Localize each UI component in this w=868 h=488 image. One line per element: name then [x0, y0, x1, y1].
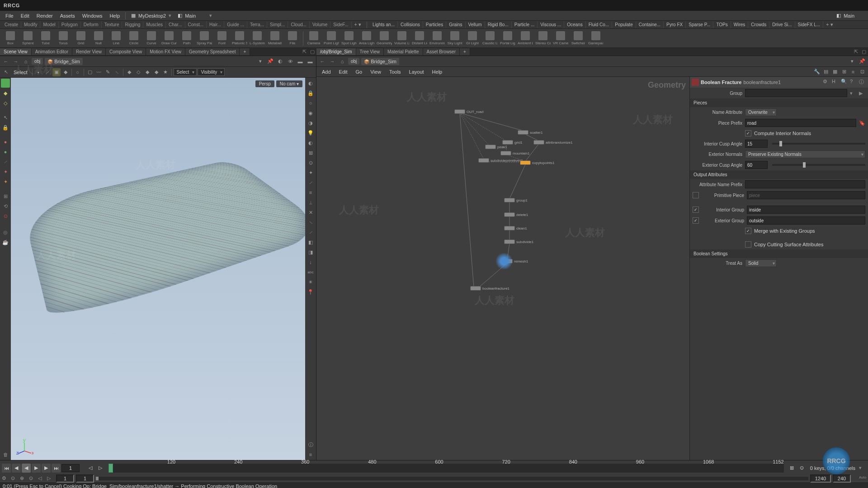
shelf-tab[interactable]: Muscles: [143, 21, 166, 28]
t3-icon[interactable]: ◆: [143, 68, 151, 76]
copy-cut-check[interactable]: [745, 241, 751, 248]
d8-icon[interactable]: ✦: [306, 168, 315, 177]
snap2-icon[interactable]: ⟲: [1, 202, 10, 211]
pane-max-icon[interactable]: ▢: [309, 48, 316, 56]
ext-norm-select[interactable]: Preserve Existing Normals: [745, 150, 865, 158]
d3-icon[interactable]: ◑: [306, 118, 315, 127]
lock2-icon[interactable]: 🔒: [306, 89, 315, 98]
shelf-tool[interactable]: Environment Light: [429, 30, 446, 46]
piece-prefix-input[interactable]: [745, 119, 856, 127]
network-node[interactable]: scatter1: [518, 130, 542, 135]
d19-icon[interactable]: ☀: [306, 277, 315, 286]
shelf-tab[interactable]: Rigging: [122, 21, 143, 28]
shelf-tab[interactable]: SideF...: [330, 21, 351, 28]
h-icon[interactable]: H: [832, 79, 839, 86]
list4-icon[interactable]: ≡: [849, 68, 857, 76]
d5-icon[interactable]: ◐: [306, 138, 315, 147]
pane-tab[interactable]: Asset Browser: [423, 48, 460, 55]
network-node[interactable]: subdivideprimitives1: [478, 158, 523, 163]
list2-icon[interactable]: ▦: [831, 68, 839, 76]
d16-icon[interactable]: ◨: [306, 248, 315, 257]
shelf-tool[interactable]: Point Light: [323, 30, 340, 46]
d11-icon[interactable]: ⟂: [306, 198, 315, 207]
path-obj[interactable]: obj: [32, 58, 43, 65]
d12-icon[interactable]: ✕: [306, 208, 315, 217]
wire-icon[interactable]: ○: [74, 68, 82, 76]
panel-icon[interactable]: ▬: [296, 57, 304, 66]
shelf-tool[interactable]: Line: [108, 30, 125, 46]
shelf-tab[interactable]: Grains: [446, 21, 465, 28]
d10-icon[interactable]: ≡: [306, 188, 315, 197]
shelf-tab[interactable]: TOPs: [713, 21, 731, 28]
menu-edit[interactable]: Edit: [17, 12, 33, 20]
int-cusp-slider[interactable]: [772, 143, 865, 145]
ext-group-check[interactable]: ✓: [693, 217, 699, 224]
shelf-tool[interactable]: Ambient Light: [517, 30, 534, 46]
pane-float-icon[interactable]: ⇱: [852, 48, 859, 56]
prim-mode-icon[interactable]: ▣: [52, 68, 61, 76]
network-canvas[interactable]: Geometry: [316, 77, 689, 460]
shelf-tool[interactable]: Platonic Solids: [231, 30, 248, 46]
trash-icon[interactable]: 🗑: [1, 450, 10, 459]
lock-icon[interactable]: 🔒: [1, 123, 10, 132]
link-icon[interactable]: 📌: [266, 57, 274, 66]
list3-icon[interactable]: ⊞: [840, 68, 848, 76]
shelf-tool[interactable]: Curve: [143, 30, 160, 46]
right-layout-selector[interactable]: ◧ Main: [833, 13, 857, 19]
shelf-tab[interactable]: Rigid Bo...: [485, 21, 512, 28]
shelf-tab[interactable]: Particles: [423, 21, 446, 28]
layout-selector[interactable]: ◧ Main ▾: [174, 13, 215, 19]
ghost-icon[interactable]: ◐: [276, 57, 284, 66]
list-icon[interactable]: ▤: [822, 68, 830, 76]
shelf-tab[interactable]: Oceans: [564, 21, 585, 28]
muscle-tool-icon[interactable]: ✦: [1, 167, 10, 176]
shelf-tab[interactable]: Sparse P...: [686, 21, 713, 28]
group-input[interactable]: [745, 89, 847, 97]
shelf-tool[interactable]: Gamepad Camera: [587, 30, 604, 46]
shelf-tool[interactable]: Portal Light: [499, 30, 516, 46]
panel2-icon[interactable]: ▬: [306, 57, 314, 66]
select-tool-icon[interactable]: ◆: [1, 89, 10, 98]
shelf-tool[interactable]: Spot Light: [340, 30, 358, 46]
render2-icon[interactable]: ☕: [1, 238, 10, 247]
pane-tab[interactable]: Tree View: [356, 48, 384, 55]
shelf-tab[interactable]: Collisions: [398, 21, 423, 28]
snap-icon[interactable]: ⊞: [1, 192, 10, 201]
pane-max-icon[interactable]: ▢: [860, 48, 868, 56]
prim-piece-check[interactable]: [693, 192, 699, 198]
shelf-tab[interactable]: Texture: [102, 21, 123, 28]
fwd-icon[interactable]: →: [328, 57, 336, 66]
brush-icon[interactable]: ✎: [104, 68, 112, 76]
shelf-tool[interactable]: Font: [213, 30, 231, 46]
menu-windows[interactable]: Windows: [79, 12, 106, 20]
pane-tab[interactable]: Motion FX View: [146, 48, 185, 55]
shelf-tool[interactable]: Geometry Light: [376, 30, 393, 46]
end-b-input[interactable]: [833, 474, 851, 483]
prev-frame-button[interactable]: ◀: [12, 464, 21, 473]
wrench-icon[interactable]: 🔧: [813, 68, 821, 76]
shelf-tool[interactable]: Circle: [125, 30, 142, 46]
shelf-tool[interactable]: Metaball: [266, 30, 283, 46]
network-node[interactable]: remesh1: [502, 259, 528, 263]
int-cusp-input[interactable]: [745, 140, 768, 148]
hair-tool-icon[interactable]: ✦: [1, 177, 10, 186]
shelf-tool[interactable]: Volume Light: [393, 30, 410, 46]
range-slider[interactable]: [96, 477, 808, 480]
box-sel-icon[interactable]: ▢: [86, 68, 94, 76]
pane-add-tab[interactable]: +: [460, 48, 470, 55]
camera-dropdown[interactable]: No cam ▾: [276, 80, 302, 87]
r5-icon[interactable]: ◁: [38, 475, 45, 482]
home-icon[interactable]: ⌂: [22, 57, 30, 66]
net-view[interactable]: View: [367, 68, 385, 76]
path-obj[interactable]: obj: [348, 58, 359, 65]
next-frame-button[interactable]: ▶: [42, 464, 51, 473]
network-node[interactable]: booleanfracture1: [470, 286, 509, 291]
shelf-tool[interactable]: Spray Paint: [196, 30, 213, 46]
select-dropdown[interactable]: Select: [174, 68, 197, 76]
help-icon[interactable]: ⓘ: [306, 440, 315, 449]
shelf-tab[interactable]: Viscous ...: [538, 21, 564, 28]
net-help[interactable]: Help: [429, 68, 446, 76]
list5-icon[interactable]: ⊡: [858, 68, 866, 76]
t1-icon[interactable]: ◆: [125, 68, 133, 76]
prim-piece-input[interactable]: [747, 191, 865, 199]
